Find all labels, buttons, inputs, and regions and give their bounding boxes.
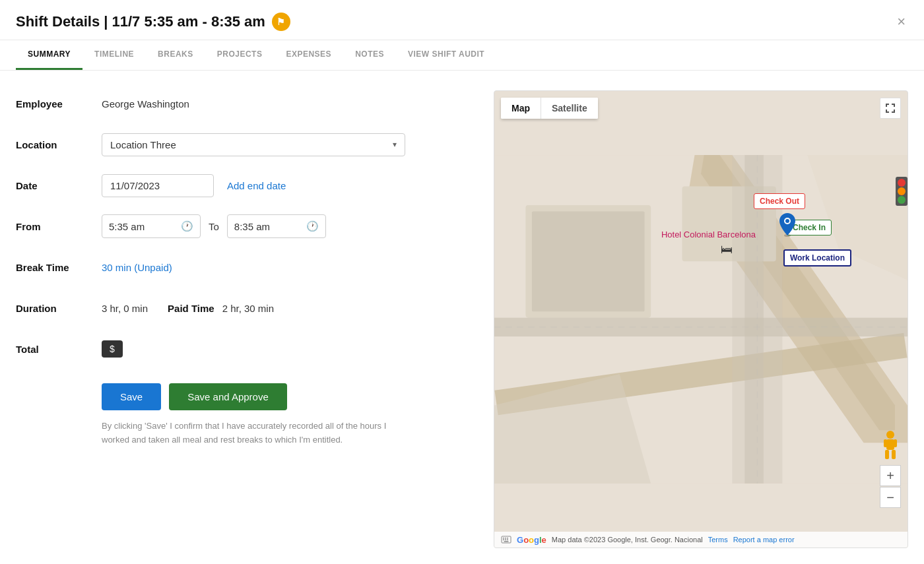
date-label: Date [16,180,102,191]
svg-rect-28 [505,540,506,541]
svg-rect-29 [507,540,508,541]
employee-label: Employee [16,98,102,110]
from-time-value: 5:35 am [109,221,145,232]
svg-rect-20 [892,450,896,459]
tab-view-shift-audit[interactable]: VIEW SHIFT AUDIT [396,40,496,70]
map-section: Map Satellite [494,90,908,548]
svg-point-17 [886,431,894,439]
worklocation-marker: Work Location [783,249,851,266]
map-type-controls: Map Satellite [501,98,598,119]
hotel-name: Hotel Colonial Barcelona [661,230,756,239]
traffic-light-icon [896,177,908,206]
date-row: Date 11/07/2023 Add end date [16,172,478,199]
tabs-bar: SUMMARY TIMELINE BREAKS PROJECTS EXPENSE… [0,40,924,71]
map-tab-map[interactable]: Map [501,98,541,119]
location-row: Location Location Three ▾ [16,131,478,158]
close-button[interactable]: × [894,12,908,32]
employee-value: George Washington [102,98,189,110]
tab-summary[interactable]: SUMMARY [16,40,82,70]
employee-row: Employee George Washington [16,90,478,117]
tab-breaks[interactable]: BREAKS [146,40,205,70]
location-select[interactable]: Location Three ▾ [102,133,405,156]
map-footer-text: Map data ©2023 Google, Inst. Geogr. Naci… [552,536,703,544]
location-label: Location [16,139,102,150]
svg-rect-19 [885,450,889,459]
title-text: Shift Details | 11/7 5:35 am - 8:35 am [16,13,265,30]
break-time-row: Break Time 30 min (Unpaid) [16,254,478,280]
modal-title: Shift Details | 11/7 5:35 am - 8:35 am ⚑ [16,13,290,31]
date-value: 11/07/2023 [110,180,160,191]
to-time-input[interactable]: 8:35 am 🕐 [227,214,326,238]
save-approve-button[interactable]: Save and Approve [169,383,287,410]
total-row: Total $ [16,336,478,362]
total-label: Total [16,344,102,355]
svg-rect-30 [504,541,509,542]
chevron-down-icon: ▾ [393,140,397,149]
tab-timeline[interactable]: TIMELINE [82,40,146,70]
hotel-icon: 🛏 [721,243,733,257]
paid-time-label: Paid Time [168,303,214,314]
svg-rect-27 [503,540,504,541]
clock-icon-2: 🕐 [306,220,319,232]
svg-rect-24 [503,538,504,539]
add-end-date-button[interactable]: Add end date [227,180,286,191]
duration-label: Duration [16,303,102,314]
map-footer: Google Map data ©2023 Google, Inst. Geog… [494,532,908,548]
svg-point-16 [785,219,789,223]
blue-pin-marker [778,213,797,239]
svg-rect-5 [532,211,645,311]
time-group: 5:35 am 🕐 To 8:35 am 🕐 [102,214,326,238]
google-logo: Google [517,535,546,545]
duration-value: 3 hr, 0 min [102,303,148,314]
svg-rect-26 [507,538,508,539]
tab-projects[interactable]: PROJECTS [205,40,275,70]
date-input[interactable]: 11/07/2023 [102,174,214,197]
form-section: Employee George Washington Location Loca… [16,90,478,548]
from-label: From [16,221,102,232]
zoom-out-button[interactable]: − [880,487,901,508]
from-to-row: From 5:35 am 🕐 To 8:35 am 🕐 [16,213,478,239]
clock-icon: 🕐 [181,220,193,232]
location-select-value: Location Three [110,139,176,150]
zoom-controls: + − [880,465,901,508]
modal-container: Shift Details | 11/7 5:35 am - 8:35 am ⚑… [0,0,924,564]
flag-icon: ⚑ [272,13,290,31]
keyboard-icon [501,534,512,545]
break-time-button[interactable]: 30 min (Unpaid) [102,262,172,273]
disclaimer-text: By clicking 'Save' I confirm that I have… [102,420,392,447]
tab-expenses[interactable]: EXPENSES [274,40,343,70]
to-time-value: 8:35 am [234,221,270,232]
pegman-icon[interactable] [880,429,901,462]
from-time-input[interactable]: 5:35 am 🕐 [102,214,201,238]
paid-time-value: 2 hr, 30 min [222,303,274,314]
button-row: Save Save and Approve [102,383,478,410]
map-tab-satellite[interactable]: Satellite [541,98,598,119]
duration-row: Duration 3 hr, 0 min Paid Time 2 hr, 30 … [16,295,478,321]
svg-rect-22 [894,439,897,447]
dollar-icon: $ [102,340,123,358]
map-footer-terms[interactable]: Terms [708,536,728,544]
modal-header: Shift Details | 11/7 5:35 am - 8:35 am ⚑… [0,0,924,40]
break-time-label: Break Time [16,262,102,273]
svg-rect-21 [884,439,887,447]
to-label: To [209,221,219,232]
save-button[interactable]: Save [102,383,161,410]
tab-notes[interactable]: NOTES [343,40,396,70]
fullscreen-button[interactable] [880,98,901,119]
zoom-in-button[interactable]: + [880,465,901,486]
map-footer-error[interactable]: Report a map error [733,536,795,544]
svg-rect-18 [886,439,894,450]
svg-rect-25 [505,538,506,539]
checkout-marker: Check Out [754,193,805,209]
modal-body: Employee George Washington Location Loca… [0,71,924,564]
